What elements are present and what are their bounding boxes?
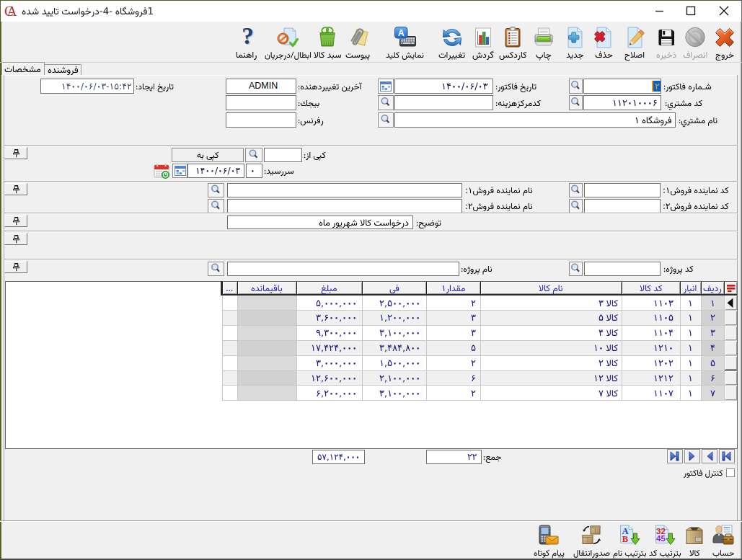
svg-text:?: ?	[242, 26, 254, 49]
svg-text:A: A	[398, 28, 405, 38]
svg-text:B: B	[622, 534, 628, 544]
svg-text:45: 45	[656, 534, 666, 543]
